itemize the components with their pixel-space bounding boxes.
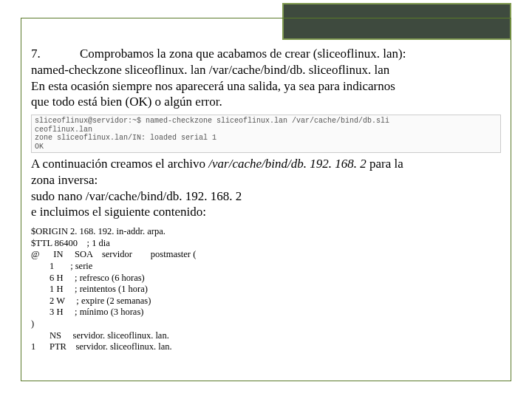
step-line2: named-checkzone sliceoflinux. lan /var/c… [31, 63, 389, 77]
step-line4: que todo está bien (OK) o algún error. [31, 95, 222, 109]
terminal-line4: OK [35, 143, 44, 151]
step-number: 7. [31, 46, 80, 62]
slide-content: 7.Comprobamos la zona que acabamos de cr… [31, 46, 501, 377]
terminal-line2: ceoflinux.lan [35, 126, 92, 134]
paragraph-step: 7.Comprobamos la zona que acabamos de cr… [31, 46, 501, 110]
terminal-line3: zone sliceoflinux.lan/IN: loaded serial … [35, 134, 216, 142]
step-line3: En esta ocasión siempre nos aparecerá un… [31, 79, 395, 93]
next-line4: e incluimos el siguiente contenido: [31, 205, 206, 219]
zone-file-content: $ORIGIN 2. 168. 192. in-addr. arpa. $TTL… [31, 226, 501, 353]
next-line1c: para la [366, 157, 403, 171]
next-line3: sudo nano /var/cache/bind/db. 192. 168. … [31, 189, 242, 203]
next-line2: zona inversa: [31, 173, 98, 187]
terminal-output: sliceoflinux@servidor:~$ named-checkzone… [31, 115, 501, 153]
next-line1a: A continuación creamos el archivo [31, 157, 208, 171]
paragraph-next: A continuación creamos el archivo /var/c… [31, 156, 501, 220]
step-line1: Comprobamos la zona que acabamos de crea… [80, 47, 406, 61]
next-filepath: /var/cache/bind/db. 192. 168. 2 [208, 157, 366, 171]
terminal-line1: sliceoflinux@servidor:~$ named-checkzone… [35, 117, 389, 125]
